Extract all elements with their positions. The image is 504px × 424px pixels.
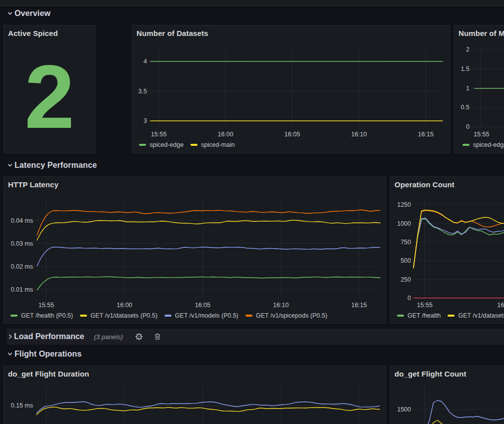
svg-text:0.01 ms: 0.01 ms: [11, 286, 33, 293]
svg-text:0: 0: [408, 295, 411, 302]
svg-text:1500: 1500: [397, 406, 411, 413]
svg-text:3: 3: [144, 117, 147, 124]
svg-text:0.04 ms: 0.04 ms: [11, 217, 33, 224]
svg-text:500: 500: [400, 257, 411, 264]
svg-text:15:55: 15:55: [417, 302, 432, 309]
svg-text:750: 750: [400, 239, 411, 246]
svg-text:0.02 ms: 0.02 ms: [11, 263, 33, 270]
svg-text:1250: 1250: [397, 201, 411, 208]
svg-text:16:00: 16:00: [116, 302, 132, 309]
svg-text:3.5: 3.5: [138, 88, 147, 95]
svg-text:15:55: 15:55: [38, 302, 54, 309]
svg-text:16:05: 16:05: [195, 302, 210, 309]
svg-text:16:15: 16:15: [351, 302, 366, 309]
svg-text:1: 1: [466, 85, 470, 92]
svg-text:15:55: 15:55: [151, 131, 166, 138]
svg-text:0.15 ms: 0.15 ms: [11, 402, 33, 409]
svg-text:2: 2: [466, 46, 470, 53]
svg-text:16:10: 16:10: [273, 302, 288, 309]
svg-text:16:00: 16:00: [497, 302, 504, 309]
svg-text:0.03 ms: 0.03 ms: [11, 240, 33, 247]
svg-text:15:55: 15:55: [474, 131, 489, 138]
svg-text:0.5: 0.5: [461, 104, 470, 111]
svg-text:16:10: 16:10: [351, 131, 366, 138]
svg-text:4: 4: [144, 58, 147, 65]
svg-text:1000: 1000: [397, 220, 411, 227]
svg-text:250: 250: [400, 276, 411, 283]
svg-text:16:00: 16:00: [218, 131, 233, 138]
svg-text:16:15: 16:15: [418, 131, 434, 138]
svg-text:16:05: 16:05: [284, 131, 300, 138]
svg-text:0: 0: [466, 123, 470, 130]
svg-text:1.5: 1.5: [461, 65, 470, 72]
